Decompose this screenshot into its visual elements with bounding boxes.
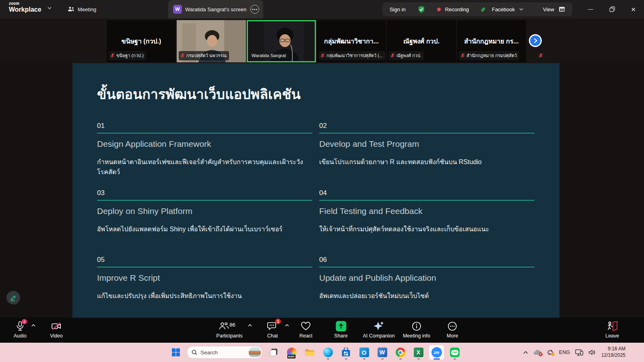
word-button[interactable]: W <box>375 345 390 360</box>
pencil-icon <box>10 294 17 301</box>
video-button[interactable]: Video <box>50 321 63 339</box>
participant-label-partial <box>537 52 545 59</box>
volume-icon[interactable] <box>588 349 596 356</box>
step-description: อัพโหลดไปยังแพลตฟอร์ม Shiny เพื่อให้เข้า… <box>97 224 312 234</box>
language-indicator[interactable]: ENG <box>559 350 570 355</box>
participants-button[interactable]: 86 Participants <box>216 321 242 339</box>
search-input[interactable]: Search <box>186 346 263 359</box>
zoom-app-button[interactable]: zm <box>429 345 444 360</box>
more-label: More <box>447 333 458 339</box>
participant-name: ณัฐพงศ์ กวป. <box>387 36 456 46</box>
task-view-button[interactable] <box>266 345 281 360</box>
participant-label: กรมปศุสัตว์ นพวรรณ <box>179 51 229 60</box>
sign-in-button[interactable]: Sign in <box>390 6 406 12</box>
audio-label: Audio <box>14 333 27 339</box>
participant-tile[interactable]: กรมปศุสัตว์ นพวรรณ <box>177 20 246 62</box>
search-icon <box>192 350 197 355</box>
active-speaker-tile[interactable]: Waratida Sangrat <box>247 20 316 62</box>
participant-tile[interactable]: สำนักกฎหมาย กร... สำนักกฎหมาย กรมปศุสัตว… <box>457 20 526 62</box>
participant-video-strip: ขนิษฐา (กวป.) ขนิษฐา (กวป.) กรมปศุสัตว์ … <box>0 19 644 63</box>
search-highlight-thumbnail[interactable] <box>249 348 261 357</box>
participant-tile[interactable]: ณัฐพงศ์ กวป. ณัฐพงศ์ กวป. <box>387 20 456 62</box>
step-number: 03 <box>97 189 312 197</box>
tab-meeting[interactable]: Meeting <box>68 3 96 15</box>
minimize-button[interactable] <box>580 0 601 19</box>
chat-unread-badge: 1 <box>275 319 281 324</box>
participants-icon <box>219 321 229 331</box>
participant-label: ณัฐพงศ์ กวป. <box>389 51 424 60</box>
workspace-chevron-down-icon[interactable] <box>47 7 52 9</box>
facebook-chevron-down-icon[interactable] <box>519 8 523 10</box>
chat-button[interactable]: 1 Chat <box>267 321 278 339</box>
annotate-button[interactable] <box>6 291 20 304</box>
participants-options-chevron-icon[interactable] <box>248 324 252 327</box>
participants-label: Participants <box>216 333 242 339</box>
audio-options-chevron-icon[interactable] <box>31 324 35 327</box>
participant-name: สำนักกฎหมาย กร... <box>457 36 526 46</box>
chat-options-chevron-icon[interactable] <box>285 324 289 327</box>
muted-mic-icon <box>180 53 185 58</box>
step-underline <box>97 267 312 267</box>
step-title: Field Testing and Feedback <box>319 206 535 216</box>
step-description: อัพเดทและปล่อยเวอร์ชันใหม่บนเว็บไซต์ <box>319 291 535 301</box>
step-title: Design Application Framework <box>97 139 312 149</box>
windows-taskbar: Search M365 <box>0 343 644 362</box>
shared-screen-avatar: W <box>173 5 182 14</box>
copilot-m365-button[interactable]: M365 <box>284 345 299 360</box>
microsoft-store-button[interactable] <box>339 345 353 360</box>
react-button[interactable]: React <box>299 321 313 339</box>
system-tray: ✕ ENG 9:16 AM 12/19/2025 <box>523 345 625 360</box>
chrome-button[interactable] <box>393 345 408 360</box>
recording-dot-icon <box>437 8 441 11</box>
participant-label-text: ขนิษฐา (กวป.) <box>116 52 144 59</box>
share-screen-icon <box>336 321 346 331</box>
clock-time: 9:16 AM <box>601 346 625 352</box>
leave-door-icon <box>606 321 618 331</box>
edge-button[interactable] <box>320 345 335 360</box>
line-app-button[interactable]: LINE <box>447 345 462 360</box>
participant-label: กลุ่มพัฒนาวิชาการปศุสัตว์ (... <box>319 51 385 60</box>
excel-button[interactable]: X <box>411 345 426 360</box>
muted-mic-icon <box>390 53 395 58</box>
more-button[interactable]: More <box>447 321 458 339</box>
participants-count: 86 <box>229 322 235 328</box>
view-button[interactable]: View <box>543 6 554 12</box>
chrome-icon <box>396 348 405 357</box>
file-explorer-button[interactable] <box>302 345 317 360</box>
participant-tile[interactable]: ขนิษฐา (กวป.) ขนิษฐา (กวป.) <box>107 20 176 62</box>
start-button[interactable] <box>168 345 183 360</box>
tab-shared-screen[interactable]: W Waratida Sangrat's screen ••• <box>168 0 263 19</box>
meeting-info-button[interactable]: Meeting info <box>403 321 430 339</box>
update-sync-icon[interactable] <box>547 349 554 356</box>
slide-title: ขั้นตอนการพัฒนาเว็บแอปพลิเคชัน <box>97 83 301 105</box>
view-grid-icon[interactable] <box>559 6 565 12</box>
search-placeholder: Search <box>200 350 246 356</box>
step-description: เขียนโปรแกรมด้วยภาษา R และทดสอบฟังก์ชันบ… <box>319 157 535 167</box>
taskbar-clock[interactable]: 9:16 AM 12/19/2025 <box>601 346 625 358</box>
share-button[interactable]: Share <box>334 321 347 339</box>
muted-mic-icon <box>539 53 543 58</box>
next-participants-button[interactable] <box>529 34 542 47</box>
ai-companion-button[interactable]: AI Companion <box>363 321 394 339</box>
step-title: Improve R Script <box>97 273 312 283</box>
step-description: แก้ไขและปรับปรุง เพื่อเพิ่มประสิทธิภาพใน… <box>97 291 312 301</box>
restore-button[interactable] <box>601 0 623 19</box>
shared-screen-content: ขั้นตอนการพัฒนาเว็บแอปพลิเคชัน 01 Design… <box>72 63 559 318</box>
clock-date: 12/19/2025 <box>601 352 625 359</box>
facebook-stream-label[interactable]: Facebook <box>492 6 515 12</box>
outlook-button[interactable]: O <box>357 345 372 360</box>
meeting-toolbar: ! Audio Video <box>0 318 644 343</box>
leave-button[interactable]: Leave <box>605 321 619 339</box>
tab-options-ellipsis-icon[interactable]: ••• <box>250 5 259 14</box>
store-icon <box>341 348 351 357</box>
cast-device-icon[interactable] <box>575 349 583 356</box>
participant-label-text: กรมปศุสัตว์ นพวรรณ <box>186 52 227 59</box>
onedrive-error-icon[interactable]: ✕ <box>533 350 541 355</box>
step-underline <box>319 200 535 201</box>
heart-icon <box>301 321 311 331</box>
audio-button[interactable]: ! Audio <box>14 321 27 339</box>
camera-off-icon <box>51 321 62 331</box>
close-button[interactable]: ✕ <box>623 0 644 19</box>
participant-tile[interactable]: กลุ่มพัฒนาวิชากา... กลุ่มพัฒนาวิชาการปศุ… <box>317 20 386 62</box>
tray-chevron-up-icon[interactable] <box>523 351 528 354</box>
